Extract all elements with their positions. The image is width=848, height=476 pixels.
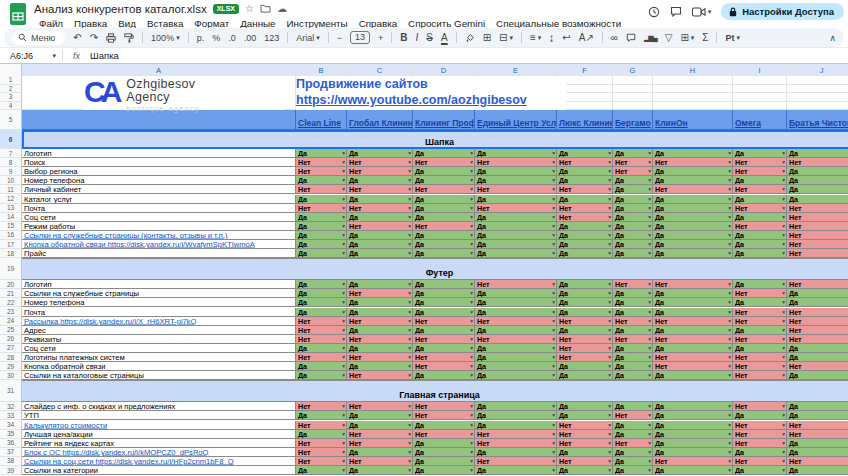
dropdown-arrow-icon[interactable]: ▾ (608, 458, 611, 464)
cell-E17[interactable]: Да▾ (475, 240, 557, 249)
cell-G23[interactable]: Да▾ (613, 308, 653, 317)
row-header-29[interactable]: 29 (0, 362, 22, 371)
cell-A11[interactable]: Личный кабинет (22, 185, 296, 194)
cell-D25[interactable]: Да▾ (413, 326, 475, 335)
cell-I35[interactable]: Нет▾ (733, 430, 787, 439)
dropdown-arrow-icon[interactable]: ▾ (470, 354, 473, 360)
dropdown-arrow-icon[interactable]: ▾ (552, 363, 555, 369)
cell-B39[interactable]: Да▾ (296, 466, 347, 475)
cell-F25[interactable]: Да▾ (557, 326, 613, 335)
row-header-32[interactable]: 32 (0, 402, 22, 411)
cell-C8[interactable]: Нет▾ (347, 158, 413, 167)
decrease-font-size-button[interactable]: − (337, 33, 342, 43)
row-header-14[interactable]: 14 (0, 213, 22, 222)
dropdown-arrow-icon[interactable]: ▾ (408, 467, 411, 473)
cell-F38[interactable]: Нет▾ (557, 457, 613, 466)
cell-G28[interactable]: Да▾ (613, 353, 653, 362)
toolbar-search[interactable]: Меню (12, 31, 65, 45)
dropdown-arrow-icon[interactable]: ▾ (552, 309, 555, 315)
dropdown-arrow-icon[interactable]: ▾ (342, 241, 345, 247)
cell-D14[interactable]: Да▾ (413, 213, 475, 222)
dropdown-arrow-icon[interactable]: ▾ (552, 318, 555, 324)
cell-B26[interactable]: Нет▾ (296, 335, 347, 344)
dropdown-arrow-icon[interactable]: ▾ (470, 281, 473, 287)
dropdown-arrow-icon[interactable]: ▾ (408, 327, 411, 333)
redo-button[interactable]: ↷ (90, 32, 98, 43)
cell-C21[interactable]: Нет▾ (347, 289, 413, 298)
cell-J29[interactable]: Нет▾ (787, 362, 848, 371)
cell-F16[interactable]: Да▾ (557, 231, 613, 240)
cell-H27[interactable]: Да▾ (653, 344, 733, 353)
dropdown-arrow-icon[interactable]: ▾ (408, 336, 411, 342)
dropdown-arrow-icon[interactable]: ▾ (470, 168, 473, 174)
cell-A9[interactable]: Выбор региона (22, 167, 296, 176)
dropdown-arrow-icon[interactable]: ▾ (408, 223, 411, 229)
cell-C35[interactable]: Нет▾ (347, 430, 413, 439)
dropdown-arrow-icon[interactable]: ▾ (648, 205, 651, 211)
dropdown-arrow-icon[interactable]: ▾ (342, 336, 345, 342)
cell-H25[interactable]: Да▾ (653, 326, 733, 335)
competitor-header-H5[interactable]: КлинОн (653, 110, 733, 130)
dropdown-arrow-icon[interactable]: ▾ (608, 186, 611, 192)
cell-E29[interactable]: Да▾ (475, 362, 557, 371)
dropdown-arrow-icon[interactable]: ▾ (342, 186, 345, 192)
dropdown-arrow-icon[interactable]: ▾ (728, 241, 731, 247)
dropdown-arrow-icon[interactable]: ▾ (552, 458, 555, 464)
dropdown-arrow-icon[interactable]: ▾ (470, 241, 473, 247)
dropdown-arrow-icon[interactable]: ▾ (608, 159, 611, 165)
dropdown-arrow-icon[interactable]: ▾ (728, 354, 731, 360)
cell-I9[interactable]: Нет▾ (733, 167, 787, 176)
row-header-9[interactable]: 9 (0, 167, 22, 176)
dropdown-arrow-icon[interactable]: ▾ (728, 223, 731, 229)
cell-F33[interactable]: Да▾ (557, 411, 613, 420)
dropdown-arrow-icon[interactable]: ▾ (648, 159, 651, 165)
cell-G14[interactable]: Да▾ (613, 213, 653, 222)
dropdown-arrow-icon[interactable]: ▾ (728, 299, 731, 305)
cell-I30[interactable]: Нет▾ (733, 371, 787, 380)
cell-E16[interactable]: Да▾ (475, 231, 557, 240)
cell-J14[interactable]: Нет▾ (787, 213, 848, 222)
cell-E37[interactable]: Да▾ (475, 448, 557, 457)
cell-D10[interactable]: Да▾ (413, 176, 475, 185)
cell-D29[interactable]: Нет▾ (413, 362, 475, 371)
cell-D11[interactable]: Нет▾ (413, 185, 475, 194)
cell-C15[interactable]: Нет▾ (347, 222, 413, 231)
col-header-E[interactable]: E (475, 64, 557, 76)
dropdown-arrow-icon[interactable]: ▾ (782, 422, 785, 428)
dropdown-arrow-icon[interactable]: ▾ (552, 150, 555, 156)
cell-A10[interactable]: Номер телефона (22, 176, 296, 185)
col-header-J[interactable]: J (787, 64, 848, 76)
undo-button[interactable]: ↶ (73, 32, 81, 43)
cell-G3[interactable] (613, 93, 653, 102)
cell-D39[interactable]: Да▾ (413, 466, 475, 475)
cell-G26[interactable]: Нет▾ (613, 335, 653, 344)
cell-A36[interactable]: Рейтинг на яндекс картах (22, 439, 296, 448)
dropdown-arrow-icon[interactable]: ▾ (728, 403, 731, 409)
competitor-link[interactable]: Братья Чистовы (789, 118, 848, 128)
cell-D17[interactable]: Да▾ (413, 240, 475, 249)
dropdown-arrow-icon[interactable]: ▾ (470, 150, 473, 156)
cell-J32[interactable]: Да▾ (787, 402, 848, 411)
cell-C12[interactable]: Да▾ (347, 195, 413, 204)
cell-B23[interactable]: Да▾ (296, 308, 347, 317)
strikethrough-button[interactable]: S (426, 32, 433, 43)
dropdown-arrow-icon[interactable]: ▾ (728, 309, 731, 315)
cell-E20[interactable]: Нет▾ (475, 280, 557, 289)
cell-F17[interactable]: Да▾ (557, 240, 613, 249)
cell-C23[interactable]: Да▾ (347, 308, 413, 317)
row-header-34[interactable]: 34 (0, 421, 22, 430)
dropdown-arrow-icon[interactable]: ▾ (342, 159, 345, 165)
dropdown-arrow-icon[interactable]: ▾ (470, 186, 473, 192)
cell-D21[interactable]: Да▾ (413, 289, 475, 298)
row-header-19[interactable]: 19 (0, 258, 22, 280)
cell-E23[interactable]: Да▾ (475, 308, 557, 317)
create-filter-button[interactable]: ▽ (665, 32, 673, 43)
cell-E12[interactable]: Да▾ (475, 195, 557, 204)
dropdown-arrow-icon[interactable]: ▾ (728, 318, 731, 324)
cell-J8[interactable]: Нет▾ (787, 158, 848, 167)
dropdown-arrow-icon[interactable]: ▾ (408, 159, 411, 165)
dropdown-arrow-icon[interactable]: ▾ (648, 241, 651, 247)
dropdown-arrow-icon[interactable]: ▾ (782, 412, 785, 418)
row-header-10[interactable]: 10 (0, 176, 22, 185)
cell-B12[interactable]: Да▾ (296, 195, 347, 204)
